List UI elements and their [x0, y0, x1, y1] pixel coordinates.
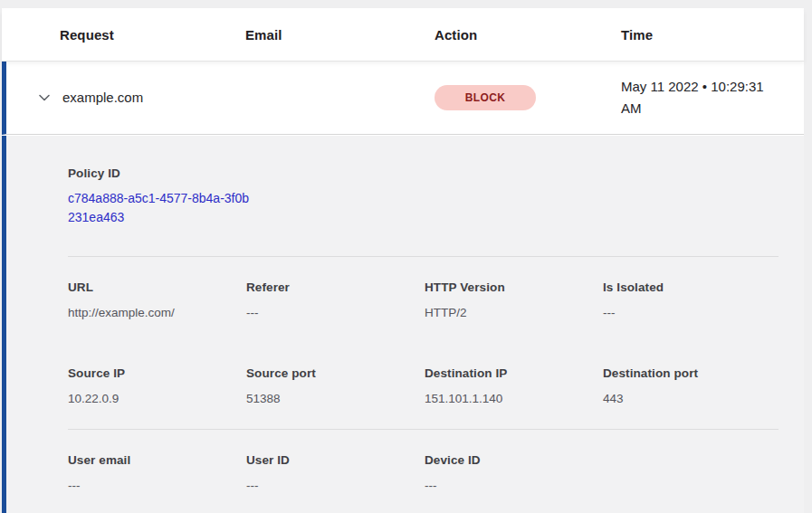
detail-field-source-ip: Source IP 10.22.0.9 [68, 366, 246, 405]
detail-field-is-isolated: Is Isolated --- [603, 280, 781, 319]
detail-value: --- [425, 479, 603, 492]
table-header: Request Email Action Time [2, 8, 804, 61]
detail-field-destination-port: Destination port 443 [603, 366, 781, 405]
log-row-time: May 11 2022 • 10:29:31 AM [621, 76, 786, 119]
detail-label: User email [68, 453, 246, 467]
detail-label: Destination IP [425, 366, 603, 380]
request-details-grid: URL http://example.com/ Referer --- HTTP… [68, 257, 779, 405]
detail-label: Destination port [603, 366, 781, 380]
log-row-action-cell: BLOCK [435, 85, 621, 110]
detail-value: 443 [603, 392, 781, 405]
detail-field-url: URL http://example.com/ [68, 280, 246, 319]
detail-label: Source IP [68, 366, 246, 380]
log-row-details-panel: Policy ID c784a888-a5c1-4577-8b4a-3f0b23… [2, 136, 804, 513]
detail-label: URL [68, 280, 246, 294]
detail-value: --- [246, 306, 425, 319]
detail-label: Device ID [425, 453, 603, 467]
detail-label: Is Isolated [603, 280, 781, 294]
detail-field-http-version: HTTP Version HTTP/2 [425, 280, 603, 319]
detail-field-user-email: User email --- [68, 453, 246, 492]
detail-label: HTTP Version [425, 280, 603, 294]
block-status-badge: BLOCK [435, 85, 536, 110]
gateway-logs-page: Request Email Action Time example.com BL… [0, 0, 812, 513]
policy-id-label: Policy ID [68, 166, 779, 180]
detail-field-user-id: User ID --- [246, 453, 425, 492]
detail-value: 10.22.0.9 [68, 392, 246, 405]
detail-value: 151.101.1.140 [425, 392, 603, 405]
detail-value: HTTP/2 [425, 306, 603, 319]
column-header-email: Email [245, 27, 435, 43]
detail-field-device-id: Device ID --- [425, 453, 603, 492]
detail-value: --- [68, 479, 246, 492]
column-header-time: Time [621, 27, 804, 43]
log-row-request: example.com [62, 90, 143, 105]
policy-id-section: Policy ID c784a888-a5c1-4577-8b4a-3f0b23… [68, 166, 779, 227]
detail-field-referer: Referer --- [246, 280, 425, 319]
detail-field-destination-ip: Destination IP 151.101.1.140 [425, 366, 603, 405]
column-header-action: Action [435, 27, 621, 43]
detail-value: --- [603, 306, 781, 319]
column-header-request: Request [60, 27, 245, 43]
detail-label: Source port [246, 366, 425, 380]
detail-value: http://example.com/ [68, 306, 246, 319]
chevron-down-icon[interactable] [37, 90, 52, 105]
log-table-row[interactable]: example.com BLOCK May 11 2022 • 10:29:31… [2, 61, 804, 135]
detail-label: User ID [246, 453, 425, 467]
detail-label: Referer [246, 280, 425, 294]
detail-value: --- [246, 479, 425, 492]
detail-value: 51388 [246, 392, 425, 405]
log-row-request-cell: example.com [37, 90, 245, 105]
policy-id-link[interactable]: c784a888-a5c1-4577-8b4a-3f0b231ea463 [68, 189, 253, 227]
user-details-grid: User email --- User ID --- Device ID --- [68, 430, 779, 492]
detail-field-source-port: Source port 51388 [246, 366, 425, 405]
log-table-card: Request Email Action Time example.com BL… [2, 8, 804, 513]
